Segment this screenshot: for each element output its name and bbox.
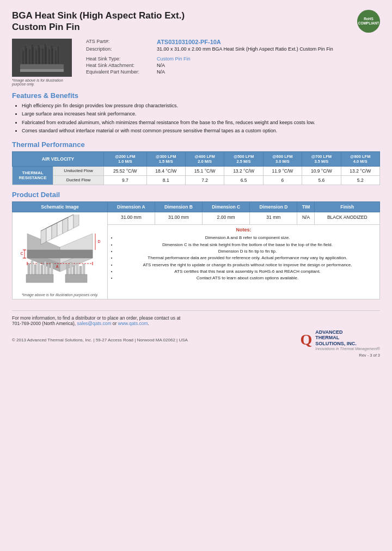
footer-copyright: © 2013 Advanced Thermal Solutions, Inc. … xyxy=(12,338,188,342)
ducted-val-0: 9.7 xyxy=(104,175,146,185)
unducted-val-1: 18.4 °C/W xyxy=(146,166,185,175)
svg-rect-22 xyxy=(52,48,53,64)
notes-list: Dimension A and B refer to component siz… xyxy=(109,235,378,282)
equivalent-part-label: Equivalent Part Number: xyxy=(86,69,157,75)
thermal-col-header-7: @800 LFM 4.0 M/S xyxy=(341,151,379,166)
thermal-col-header-3: @400 LFM 2.0 M/S xyxy=(185,151,224,166)
note-item: ATS certifies that this heat sink assemb… xyxy=(117,268,378,275)
product-image-area: *Image above is for illustration purpose… xyxy=(12,39,77,86)
svg-rect-23 xyxy=(55,50,57,64)
svg-rect-65 xyxy=(73,266,75,274)
detail-col-tim: TIM xyxy=(297,201,315,212)
svg-marker-31 xyxy=(41,228,46,244)
svg-rect-24 xyxy=(20,64,64,70)
svg-marker-30 xyxy=(27,250,93,258)
detail-col-schematic: Schematic Image xyxy=(13,201,108,212)
svg-rect-17 xyxy=(35,50,37,64)
svg-rect-18 xyxy=(39,47,40,64)
unducted-val-3: 13.2 °C/W xyxy=(224,166,263,175)
ats-text: ADVANCED THERMAL SOLUTIONS, INC. Innovat… xyxy=(315,329,380,351)
ats-tagline: Innovations in Thermal Management® xyxy=(315,347,380,351)
svg-rect-56 xyxy=(34,265,36,274)
footer-contact: For more information, to find a distribu… xyxy=(12,315,380,326)
note-item: ATS reserves the right to update or chan… xyxy=(117,262,378,268)
page-number: Rev - 3 of 3 xyxy=(12,353,380,358)
ducted-val-4: 6 xyxy=(263,175,302,185)
thermal-table: AIR VELOCITY @200 LFM 1.0 M/S @300 LFM 1… xyxy=(12,151,380,185)
ducted-label: Ducted Flow xyxy=(53,175,104,185)
svg-rect-66 xyxy=(76,264,78,274)
note-item: Contact ATS to learn about custom option… xyxy=(117,275,378,281)
ats-name: ADVANCED THERMAL SOLUTIONS, INC. xyxy=(315,329,380,347)
svg-marker-37 xyxy=(74,215,79,228)
schematic-svg: A C D xyxy=(16,215,103,291)
thermal-col-header-6: @700 LFM 3.5 M/S xyxy=(302,151,341,166)
dim-a-value: 31.00 mm xyxy=(108,212,155,225)
page-title: BGA Heat Sink (High Aspect Ratio Ext.) C… xyxy=(12,10,185,33)
svg-text:A: A xyxy=(56,265,59,268)
svg-marker-32 xyxy=(46,225,52,242)
svg-rect-58 xyxy=(41,265,43,274)
svg-rect-68 xyxy=(83,264,85,274)
svg-text:D: D xyxy=(97,240,100,243)
detail-col-dim-c: Dimension C xyxy=(203,201,250,212)
tim-value: N/A xyxy=(297,212,315,225)
feature-item: High efficiency pin fin design provides … xyxy=(22,102,380,110)
thermal-resistance-label: THERMAL RESISTANCE xyxy=(13,166,53,185)
svg-rect-12 xyxy=(57,46,59,64)
heat-sink-attachment-label: Heat Sink Attachment: xyxy=(86,63,157,68)
ats-part-label: ATS Part#: xyxy=(86,39,157,45)
svg-rect-25 xyxy=(20,69,64,72)
svg-marker-35 xyxy=(63,217,68,234)
schematic-caption: *Image above is for illustration purpose… xyxy=(14,293,106,297)
dim-b-value: 31.00 mm xyxy=(155,212,202,225)
dim-c-value: 2.00 mm xyxy=(203,212,250,225)
svg-rect-53 xyxy=(26,274,53,283)
image-caption: *Image above is for illustration purpose… xyxy=(12,78,77,86)
detail-col-finish: Finish xyxy=(315,201,380,212)
note-item: Thermal performance data are provided fo… xyxy=(117,255,378,261)
note-item: Dimension C is the heat sink height from… xyxy=(117,242,378,248)
unducted-val-5: 10.9 °C/W xyxy=(302,166,341,175)
svg-marker-33 xyxy=(52,223,57,239)
detail-col-dim-d: Dimension D xyxy=(250,201,297,212)
svg-rect-13 xyxy=(22,51,24,64)
detail-col-dim-a: Dimension A xyxy=(108,201,155,212)
schematic-cell: A C D xyxy=(13,212,108,299)
note-item: Dimension D is fin tip to fin tip. xyxy=(117,248,378,255)
thermal-col-header-2: @300 LFM 1.5 M/S xyxy=(146,151,185,166)
ats-logo: Q ADVANCED THERMAL SOLUTIONS, INC. Innov… xyxy=(300,329,380,351)
product-detail-title: Product Detail xyxy=(12,191,380,199)
heat-sink-type-value: Custom Pin Fin xyxy=(157,56,191,62)
detail-table: Schematic Image Dimension A Dimension B … xyxy=(12,201,380,299)
footer-email[interactable]: sales@qats.com xyxy=(77,321,112,326)
ats-part-value: ATS031031002-PF-10A xyxy=(157,39,221,45)
ducted-val-5: 5.6 xyxy=(302,175,341,185)
product-image-box xyxy=(12,39,72,77)
thermal-title: Thermal Performance xyxy=(12,140,380,149)
svg-marker-36 xyxy=(68,215,74,231)
thermal-col-header-0: AIR VELOCITY xyxy=(13,151,104,166)
unducted-val-4: 11.9 °C/W xyxy=(263,166,302,175)
svg-rect-57 xyxy=(38,262,40,274)
features-title: Features & Benefits xyxy=(12,91,380,100)
feature-item: Comes standard without interface materia… xyxy=(22,127,380,135)
svg-rect-59 xyxy=(44,261,46,274)
finish-value: BLACK ANODIZED xyxy=(315,212,380,225)
heat-sink-attachment-value: N/A xyxy=(157,63,165,68)
svg-rect-61 xyxy=(51,263,53,274)
thermal-col-header-4: @500 LFM 2.5 M/S xyxy=(224,151,263,166)
dim-d-value: 31 mm xyxy=(250,212,297,225)
feature-item: Fabricated from extruded aluminum, which… xyxy=(22,119,380,127)
thermal-col-header-1: @200 LFM 1.0 M/S xyxy=(104,151,146,166)
svg-rect-21 xyxy=(48,49,50,64)
notes-cell: Notes: Dimension A and B refer to compon… xyxy=(108,225,380,299)
note-item: Dimension A and B refer to component siz… xyxy=(117,235,378,241)
feature-item: Large surface area increases heat sink p… xyxy=(22,111,380,118)
footer-website[interactable]: www.qats.com xyxy=(118,321,148,326)
equivalent-part-value: N/A xyxy=(157,69,165,75)
unducted-val-0: 25.52 °C/W xyxy=(104,166,146,175)
ducted-val-1: 8.1 xyxy=(146,175,185,185)
ducted-val-6: 5.2 xyxy=(341,175,379,185)
svg-rect-16 xyxy=(32,47,34,64)
